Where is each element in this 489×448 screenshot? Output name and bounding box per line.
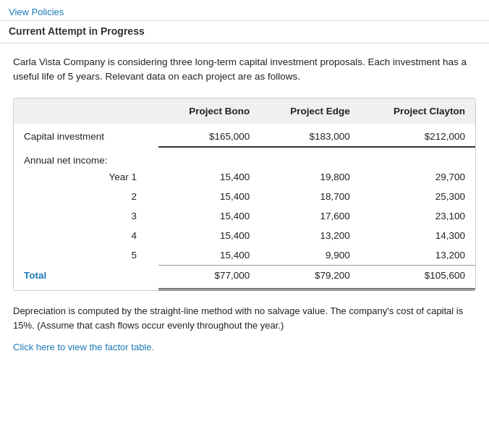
year-5-bono: 15,400 xyxy=(158,245,260,266)
year-3-label: 3 xyxy=(14,206,158,226)
top-bar: View Policies xyxy=(0,0,489,21)
col-header-edge: Project Edge xyxy=(260,98,360,124)
attempt-bar: Current Attempt in Progress xyxy=(0,21,489,43)
year-3-row: 3 15,400 17,600 23,100 xyxy=(14,206,475,226)
year-1-label: Year 1 xyxy=(14,167,158,187)
capital-bono: $165,000 xyxy=(158,124,260,147)
year-4-bono: 15,400 xyxy=(158,226,260,245)
year-4-clayton: 14,300 xyxy=(360,226,475,245)
table-header-row: Project Bono Project Edge Project Clayto… xyxy=(14,98,475,124)
col-header-bono: Project Bono xyxy=(158,98,260,124)
capital-edge: $183,000 xyxy=(260,124,360,147)
year-3-bono: 15,400 xyxy=(158,206,260,226)
total-clayton: $105,600 xyxy=(360,265,475,289)
data-table: Project Bono Project Edge Project Clayto… xyxy=(13,98,476,291)
footer-text: Depreciation is computed by the straight… xyxy=(13,304,476,334)
year-1-row: Year 1 15,400 19,800 29,700 xyxy=(14,167,475,187)
total-edge: $79,200 xyxy=(260,265,360,289)
view-policies-link[interactable]: View Policies xyxy=(9,7,64,17)
total-label: Total xyxy=(14,265,158,289)
year-2-label: 2 xyxy=(14,187,158,206)
annual-income-label: Annual net income: xyxy=(14,147,475,167)
content-area: Carla Vista Company is considering three… xyxy=(0,43,489,364)
attempt-label: Current Attempt in Progress xyxy=(9,25,145,37)
year-5-clayton: 13,200 xyxy=(360,245,475,266)
col-header-empty xyxy=(14,98,158,124)
year-5-row: 5 15,400 9,900 13,200 xyxy=(14,245,475,266)
capital-clayton: $212,000 xyxy=(360,124,475,147)
total-row: Total $77,000 $79,200 $105,600 xyxy=(14,265,475,289)
year-2-row: 2 15,400 18,700 25,300 xyxy=(14,187,475,206)
factor-table-link[interactable]: Click here to view the factor table. xyxy=(13,342,154,352)
col-header-clayton: Project Clayton xyxy=(360,98,475,124)
capital-label: Capital investment xyxy=(14,124,158,147)
year-4-label: 4 xyxy=(14,226,158,245)
total-bono: $77,000 xyxy=(158,265,260,289)
year-2-clayton: 25,300 xyxy=(360,187,475,206)
year-2-edge: 18,700 xyxy=(260,187,360,206)
year-1-edge: 19,800 xyxy=(260,167,360,187)
year-1-clayton: 29,700 xyxy=(360,167,475,187)
year-4-edge: 13,200 xyxy=(260,226,360,245)
year-4-row: 4 15,400 13,200 14,300 xyxy=(14,226,475,245)
year-3-edge: 17,600 xyxy=(260,206,360,226)
year-2-bono: 15,400 xyxy=(158,187,260,206)
year-1-bono: 15,400 xyxy=(158,167,260,187)
annual-income-row: Annual net income: xyxy=(14,147,475,167)
year-5-label: 5 xyxy=(14,245,158,266)
year-5-edge: 9,900 xyxy=(260,245,360,266)
capital-row: Capital investment $165,000 $183,000 $21… xyxy=(14,124,475,147)
intro-text: Carla Vista Company is considering three… xyxy=(13,55,476,85)
year-3-clayton: 23,100 xyxy=(360,206,475,226)
